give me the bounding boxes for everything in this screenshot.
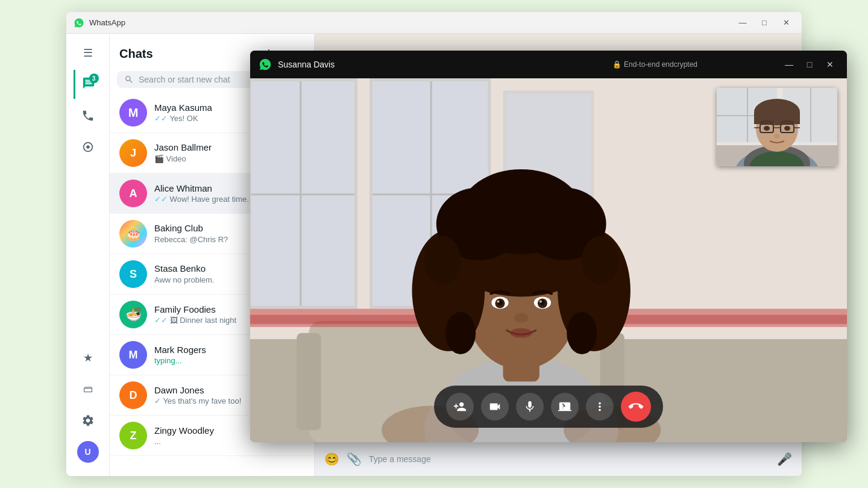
whatsapp-logo-icon <box>74 17 84 28</box>
svg-point-32 <box>567 312 597 354</box>
svg-point-29 <box>424 236 461 285</box>
chat-name-zingy: Zingy Woodley <box>154 425 214 436</box>
message-input[interactable] <box>369 454 770 464</box>
call-controls <box>434 386 663 428</box>
nav-item-chats[interactable]: 3 <box>74 70 102 99</box>
svg-point-65 <box>784 126 790 131</box>
call-video-area <box>250 78 847 442</box>
call-close-button[interactable]: ✕ <box>822 58 838 70</box>
end-call-button[interactable] <box>615 386 658 428</box>
avatar-zingy: Z <box>119 422 147 449</box>
add-participant-button[interactable] <box>446 393 474 421</box>
nav-item-calls[interactable] <box>74 101 102 130</box>
maximize-button[interactable]: □ <box>756 17 773 29</box>
call-title-controls: — □ ✕ <box>781 58 838 70</box>
screen-share-button[interactable] <box>551 393 579 421</box>
more-options-button[interactable] <box>586 393 614 421</box>
nav-item-settings[interactable] <box>74 406 102 435</box>
call-contact-name: Susanna Davis <box>278 60 529 69</box>
svg-rect-6 <box>251 193 354 195</box>
app-title: WhatsApp <box>89 18 734 27</box>
title-bar: WhatsApp — □ ✕ <box>66 12 802 34</box>
icon-nav: ☰ 3 ★ 🗃 <box>66 34 110 476</box>
avatar-baking: 🎂 <box>119 220 147 248</box>
avatar-dawn: D <box>119 381 147 409</box>
attach-button[interactable]: 📎 <box>347 452 362 466</box>
nav-item-archived[interactable]: 🗃 <box>74 375 102 404</box>
svg-rect-15 <box>297 333 321 430</box>
message-input-bar: 😊 📎 🎤 <box>315 442 802 476</box>
icon-nav-top: ☰ 3 <box>74 39 102 341</box>
svg-point-30 <box>582 236 618 285</box>
title-bar-controls: — □ ✕ <box>734 17 794 29</box>
call-minimize-button[interactable]: — <box>781 58 797 70</box>
icon-nav-bottom: ★ 🗃 U <box>74 343 102 471</box>
svg-point-1 <box>86 145 90 149</box>
emoji-button[interactable]: 😊 <box>324 452 339 466</box>
chat-name-dawn: Dawn Jones <box>154 385 204 395</box>
avatar-maya: M <box>119 99 147 127</box>
video-toggle-button[interactable] <box>481 393 509 421</box>
avatar-jason: J <box>119 139 147 167</box>
svg-point-40 <box>539 300 542 302</box>
nav-item-menu[interactable]: ☰ <box>74 39 102 67</box>
self-view-video <box>717 88 837 166</box>
call-encryption: 🔒 End-to-end endcrypted <box>529 60 781 69</box>
chat-name-family: Family Foodies <box>154 304 216 314</box>
call-maximize-button[interactable]: □ <box>801 58 818 70</box>
chat-list-title: Chats <box>119 47 153 61</box>
svg-point-64 <box>764 126 770 131</box>
self-view-thumbnail <box>717 88 837 166</box>
avatar-alice: A <box>119 180 147 207</box>
svg-point-36 <box>497 300 499 302</box>
mic-button[interactable]: 🎤 <box>777 452 792 466</box>
chat-name-stasa: Stasa Benko <box>154 263 206 274</box>
chats-badge: 3 <box>89 74 99 83</box>
lock-icon: 🔒 <box>612 60 621 69</box>
chat-name-baking: Baking Club <box>154 223 203 233</box>
video-call-popup: Susanna Davis 🔒 End-to-end endcrypted — … <box>250 51 847 442</box>
minimize-button[interactable]: — <box>734 17 751 29</box>
mic-toggle-button[interactable] <box>516 393 544 421</box>
nav-item-status[interactable] <box>74 133 102 161</box>
nav-item-starred[interactable]: ★ <box>74 343 102 372</box>
svg-rect-50 <box>810 88 811 142</box>
svg-point-66 <box>774 134 780 139</box>
chat-name-alice: Alice Whitman <box>154 183 212 193</box>
chat-name-maya: Maya Kasuma <box>154 102 212 113</box>
encryption-label: End-to-end endcrypted <box>624 60 697 69</box>
close-button[interactable]: ✕ <box>778 17 794 29</box>
svg-point-42 <box>511 328 532 338</box>
chat-name-jason: Jason Ballmer <box>154 142 212 152</box>
call-title-bar: Susanna Davis 🔒 End-to-end endcrypted — … <box>250 51 847 78</box>
avatar-family: 🍜 <box>119 301 147 328</box>
svg-point-28 <box>461 169 582 254</box>
avatar-mark: M <box>119 341 147 369</box>
avatar-stasa: S <box>119 260 147 288</box>
svg-point-31 <box>445 312 476 354</box>
call-whatsapp-logo <box>259 58 272 71</box>
search-icon <box>124 75 134 84</box>
svg-point-41 <box>514 313 529 323</box>
nav-user-avatar[interactable]: U <box>74 437 102 466</box>
chat-name-mark: Mark Rogers <box>154 345 206 355</box>
